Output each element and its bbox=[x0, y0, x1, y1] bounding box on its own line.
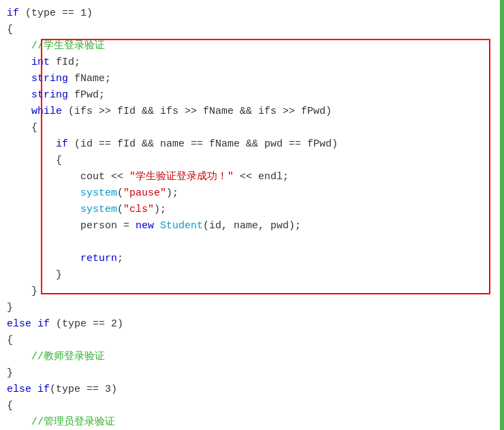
line-content: } bbox=[7, 267, 62, 283]
line: while (ifs >> fId && ifs >> fName && ifs… bbox=[0, 104, 504, 120]
line: { bbox=[0, 398, 504, 414]
line: string fPwd; bbox=[0, 87, 504, 104]
line bbox=[0, 234, 504, 251]
token-plain: ); bbox=[154, 204, 166, 215]
line: } bbox=[0, 365, 504, 382]
line-content: { bbox=[7, 153, 62, 169]
token-plain bbox=[31, 384, 37, 395]
line: cout << "学生验证登录成功！" << endl; bbox=[0, 169, 504, 185]
token-string: "pause" bbox=[123, 187, 166, 199]
token-plain: { bbox=[7, 400, 13, 412]
line-content: else if (type == 2) bbox=[7, 316, 123, 333]
token-kw: string bbox=[31, 89, 68, 101]
token-plain: cout << bbox=[80, 171, 129, 183]
token-func: Student bbox=[160, 220, 203, 232]
line-content: system("cls"); bbox=[7, 202, 166, 218]
token-plain: ; bbox=[117, 253, 123, 264]
token-plain: person = bbox=[80, 220, 136, 232]
line: else if (type == 2) bbox=[0, 316, 504, 333]
token-plain: ( bbox=[19, 7, 31, 19]
line-content: { bbox=[7, 333, 13, 349]
token-kw: if bbox=[56, 138, 68, 150]
token-plain: (type == 2) bbox=[50, 318, 123, 330]
line: if (id == fId && name == fName && pwd ==… bbox=[0, 136, 504, 153]
token-plain: { bbox=[7, 335, 13, 346]
token-kw: while bbox=[31, 106, 62, 117]
line: person = new Student(id, name, pwd); bbox=[0, 218, 504, 234]
token-plain: (type == 3) bbox=[50, 384, 117, 395]
line: return; bbox=[0, 251, 504, 267]
token-plain: fId; bbox=[50, 57, 80, 68]
token-kw: int bbox=[31, 57, 50, 68]
line-content: person = new Student(id, name, pwd); bbox=[7, 218, 301, 234]
line-content: return; bbox=[7, 251, 123, 267]
token-plain: (ifs >> fId && ifs >> fName && ifs >> fP… bbox=[62, 106, 332, 117]
line-content: } bbox=[7, 365, 13, 382]
token-plain: (id == fId && name == fName && pwd == fP… bbox=[68, 138, 338, 150]
token-plain: type bbox=[31, 7, 56, 19]
line-content: { bbox=[7, 398, 13, 414]
line-content: string fName; bbox=[7, 71, 111, 87]
token-kw: return bbox=[80, 253, 117, 264]
line-content: { bbox=[7, 120, 37, 136]
token-kw: if bbox=[37, 384, 50, 395]
token-plain bbox=[31, 318, 37, 330]
line-content: } bbox=[7, 300, 13, 316]
line: } bbox=[0, 267, 504, 283]
token-comment: //管理员登录验证 bbox=[31, 416, 115, 428]
line: //管理员登录验证 bbox=[0, 414, 504, 430]
token-plain bbox=[154, 220, 160, 232]
line-content: //管理员登录验证 bbox=[7, 414, 115, 430]
line-content: if (id == fId && name == fName && pwd ==… bbox=[7, 136, 338, 153]
token-plain: } bbox=[7, 302, 13, 313]
token-plain: << endl; bbox=[234, 171, 289, 183]
line: } bbox=[0, 300, 504, 316]
token-plain: } bbox=[56, 269, 62, 281]
line-content: //教师登录验证 bbox=[7, 349, 105, 365]
token-plain: fPwd; bbox=[68, 89, 105, 101]
line: { bbox=[0, 153, 504, 169]
token-plain: == bbox=[56, 7, 80, 19]
token-plain: ); bbox=[166, 187, 178, 199]
line-content: if (type == 1) bbox=[7, 5, 93, 22]
line: system("pause"); bbox=[0, 185, 504, 202]
token-plain: { bbox=[31, 122, 37, 134]
token-kw: else bbox=[7, 318, 31, 330]
line: //学生登录验证 bbox=[0, 38, 504, 55]
line-content: cout << "学生验证登录成功！" << endl; bbox=[7, 169, 289, 185]
green-scrollbar[interactable] bbox=[500, 0, 504, 430]
line-content: int fId; bbox=[7, 55, 80, 71]
token-plain: ( bbox=[117, 187, 123, 199]
line: string fName; bbox=[0, 71, 504, 87]
line: int fId; bbox=[0, 55, 504, 71]
token-comment: //学生登录验证 bbox=[31, 40, 105, 52]
token-plain: { bbox=[56, 155, 62, 166]
token-plain: } bbox=[31, 286, 37, 297]
token-string: "cls" bbox=[123, 204, 154, 215]
token-plain: } bbox=[7, 367, 13, 379]
line: { bbox=[0, 120, 504, 136]
line-content bbox=[7, 234, 80, 251]
token-string: "学生验证登录成功！" bbox=[129, 171, 234, 183]
code-editor: if (type == 1){ //学生登录验证 int fId; string… bbox=[0, 0, 504, 430]
line-content: } bbox=[7, 283, 37, 300]
line-content: else if(type == 3) bbox=[7, 382, 117, 398]
token-func: system bbox=[80, 187, 117, 199]
token-kw: new bbox=[136, 220, 154, 232]
line: { bbox=[0, 22, 504, 38]
line: if (type == 1) bbox=[0, 5, 504, 22]
token-kw: else bbox=[7, 384, 31, 395]
token-func: system bbox=[80, 204, 117, 215]
token-plain: ( bbox=[117, 204, 123, 215]
line: { bbox=[0, 333, 504, 349]
line: else if(type == 3) bbox=[0, 382, 504, 398]
token-comment: //教师登录验证 bbox=[31, 351, 105, 363]
token-plain: 1) bbox=[80, 7, 93, 19]
line-content: //学生登录验证 bbox=[7, 38, 105, 55]
token-plain: (id, name, pwd); bbox=[203, 220, 301, 232]
line: } bbox=[0, 283, 504, 300]
line-content: system("pause"); bbox=[7, 185, 178, 202]
token-plain: fName; bbox=[68, 73, 111, 85]
token-kw: string bbox=[31, 73, 68, 85]
line-content: string fPwd; bbox=[7, 87, 105, 104]
